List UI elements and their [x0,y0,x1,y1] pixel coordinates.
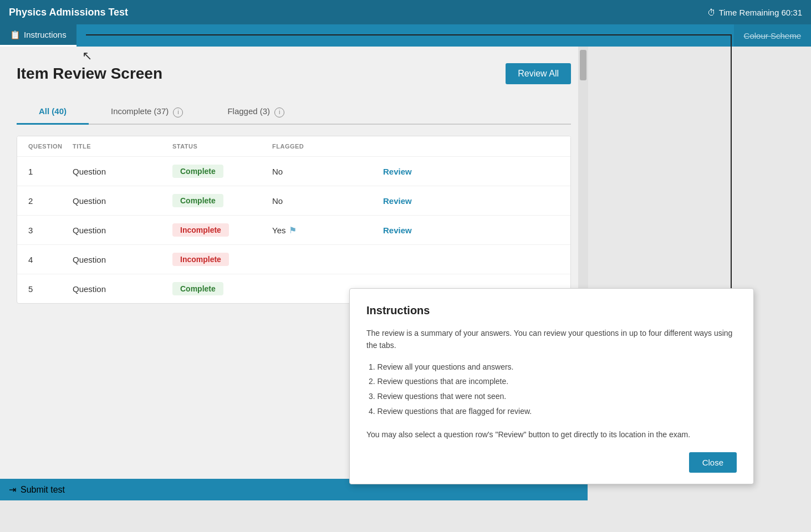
popup-list: 1. Review all your questions and answers… [366,360,737,418]
list-item: 1. Review all your questions and answers… [369,360,737,375]
app-title: Physics Admissions Test [9,7,128,18]
question-title: Question [73,226,172,235]
arrow-vertical [731,34,732,306]
question-title: Question [73,167,172,176]
scrollbar-thumb[interactable] [580,50,586,80]
timer-label: Time Remaining 60:31 [719,8,802,17]
nav-instructions[interactable]: 📋 Instructions [0,24,76,47]
status-cell: Incomplete [172,253,272,266]
flagged-info-icon[interactable]: i [274,108,284,117]
question-number: 2 [28,196,73,206]
question-title: Question [73,196,172,206]
col-header-title: TITLE [73,143,172,150]
question-number: 4 [28,255,73,264]
arrow-horizontal [86,34,732,35]
timer: ⏱ Time Remaining 60:31 [707,8,802,17]
list-item: 4. Review questions that are flagged for… [369,404,737,419]
status-badge: Incomplete [172,253,229,266]
question-number: 5 [28,284,73,294]
status-badge: Complete [172,194,223,207]
review-link[interactable]: Review [383,226,412,235]
popup-title: Instructions [366,304,737,317]
tab-flagged-label: Flagged (3) [227,106,270,116]
flagged-value: No [272,196,283,206]
action-cell: Review [383,226,450,235]
col-header-question: QUESTION [28,143,73,150]
col-header-action [383,143,450,150]
tab-incomplete-label: Incomplete (37) [111,106,169,116]
status-badge: Complete [172,282,223,295]
table-row: 3 Question Incomplete Yes ⚑ Review [17,216,570,245]
flag-icon: ⚑ [289,225,297,236]
timer-icon: ⏱ [707,8,716,17]
submit-icon: ⇥ [9,484,16,495]
review-table: QUESTION TITLE STATUS FLAGGED 1 Question… [17,136,571,304]
table-header: QUESTION TITLE STATUS FLAGGED [17,136,570,157]
flagged-cell: No [272,196,383,206]
instructions-popup: Instructions The review is a summary of … [349,288,754,484]
question-number: 1 [28,167,73,176]
page-title: Item Review Screen [17,65,162,83]
popup-paragraph2: You may also select a question row's "Re… [366,428,737,441]
tab-incomplete[interactable]: Incomplete (37) i [89,101,205,125]
action-cell: Review [383,196,450,206]
status-cell: Complete [172,282,272,295]
action-cell: Review [383,167,450,176]
status-cell: Incomplete [172,223,272,237]
navbar: 📋 Instructions Colour Scheme [0,24,811,47]
table-row: 2 Question Complete No Review [17,186,570,216]
popup-paragraph1: The review is a summary of your answers.… [366,327,737,352]
tab-flagged[interactable]: Flagged (3) i [205,101,307,125]
nav-instructions-label: Instructions [24,30,67,39]
instructions-nav-icon: 📋 [10,30,21,40]
question-title: Question [73,255,172,264]
app-header: Physics Admissions Test ⏱ Time Remaining… [0,0,811,24]
nav-colour-scheme[interactable]: Colour Scheme [734,24,811,47]
nav-colour-label: Colour Scheme [744,31,801,40]
question-number: 3 [28,226,73,235]
flagged-cell: No [272,167,383,176]
incomplete-info-icon[interactable]: i [173,108,183,117]
flagged-value: No [272,167,283,176]
status-badge: Incomplete [172,223,229,237]
tab-all[interactable]: All (40) [17,101,89,125]
list-item: 3. Review questions that were not seen. [369,389,737,404]
col-header-flagged: FLAGGED [272,143,383,150]
submit-label: Submit test [21,485,65,495]
tab-all-label: All (40) [39,106,67,116]
popup-close-button[interactable]: Close [689,452,737,473]
review-all-button[interactable]: Review All [506,63,571,84]
review-link[interactable]: Review [383,167,412,176]
col-header-status: STATUS [172,143,272,150]
flagged-cell: Yes ⚑ [272,225,383,236]
status-badge: Complete [172,165,223,178]
tabs-bar: All (40) Incomplete (37) i Flagged (3) i [17,101,571,125]
table-row: 4 Question Incomplete [17,245,570,274]
table-row: 1 Question Complete No Review [17,157,570,186]
flagged-value: Yes [272,226,285,235]
question-title: Question [73,284,172,294]
status-cell: Complete [172,194,272,207]
review-link[interactable]: Review [383,196,412,206]
list-item: 2. Review questions that are incomplete. [369,374,737,389]
page-header: Item Review Screen Review All [17,63,571,84]
status-cell: Complete [172,165,272,178]
